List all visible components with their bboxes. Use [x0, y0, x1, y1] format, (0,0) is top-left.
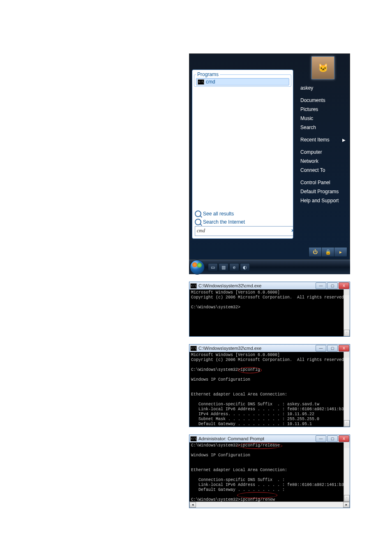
scroll-left-icon[interactable]: ◂ [189, 502, 196, 508]
shutdown-menu-button[interactable]: ▸ [334, 247, 347, 257]
search-internet-label: Search the Internet [203, 219, 245, 225]
maximize-button[interactable]: ▢ [327, 345, 338, 352]
start-right-item-recent-items[interactable]: Recent Items▶ [296, 135, 350, 144]
terminal-output[interactable]: C:\Windows\system32>ipconfig/release Win… [189, 442, 350, 502]
search-input[interactable] [195, 227, 289, 235]
scroll-track[interactable] [344, 448, 350, 496]
close-button[interactable]: X [339, 435, 349, 442]
terminal-output[interactable]: Microsoft Windows [Version 6.0.6000] Cop… [189, 289, 350, 336]
close-button[interactable]: X [339, 345, 349, 352]
minimize-button[interactable]: — [316, 282, 326, 289]
menu-item-label: Pictures [300, 106, 318, 112]
window-title: C:\Windows\system32\cmd.exe [198, 283, 315, 288]
scroll-down-icon[interactable]: ▾ [344, 420, 350, 427]
ie-icon[interactable]: e [229, 263, 239, 271]
start-right-item-documents[interactable]: Documents [296, 96, 350, 105]
start-right-item-network[interactable]: Network [296, 157, 350, 166]
titlebar[interactable]: C:\Windows\system32\cmd.exe — ▢ X [189, 282, 350, 289]
cmd-icon [190, 283, 197, 289]
scroll-track[interactable] [344, 295, 350, 331]
power-button[interactable]: ⏻ [309, 247, 322, 257]
cmd-icon [190, 346, 197, 351]
menu-item-label: Help and Support [300, 198, 339, 204]
menu-item-label: Connect To [300, 167, 325, 173]
cmd-icon [198, 79, 204, 85]
terminal-output[interactable]: Microsoft Windows [Version 6.0.6000] Cop… [189, 352, 350, 427]
start-right-item-control-panel[interactable]: Control Panel [296, 178, 350, 187]
start-menu: Programs cmd See all results Search the … [189, 53, 350, 260]
titlebar[interactable]: Administrator: Command Prompt — ▢ X [189, 435, 350, 442]
search-icon [195, 219, 201, 225]
menu-item-label: Music [300, 116, 313, 121]
maximize-button[interactable]: ▢ [327, 435, 338, 442]
start-right-item-connect-to[interactable]: Connect To [296, 166, 350, 175]
scroll-down-icon[interactable]: ▾ [344, 495, 350, 502]
start-right-item-askey[interactable]: askey [296, 83, 350, 92]
cmd-window-1: C:\Windows\system32\cmd.exe — ▢ X Micros… [189, 282, 350, 337]
cmd-icon [190, 436, 197, 442]
user-avatar[interactable]: 🐱 [311, 56, 334, 79]
scroll-track[interactable] [344, 358, 350, 421]
window-title: C:\Windows\system32\cmd.exe [198, 346, 315, 351]
vertical-scrollbar[interactable]: ▴ ▾ [344, 289, 350, 336]
titlebar[interactable]: C:\Windows\system32\cmd.exe — ▢ X [189, 345, 350, 352]
show-desktop-icon[interactable]: ▭ [208, 263, 218, 271]
start-orb[interactable] [190, 260, 205, 275]
maximize-button[interactable]: ▢ [327, 282, 338, 289]
start-right-item-computer[interactable]: Computer [296, 148, 350, 157]
start-right-item-pictures[interactable]: Pictures [296, 105, 350, 114]
scroll-track[interactable] [196, 502, 343, 508]
start-menu-left-pane: Programs cmd See all results Search the … [192, 69, 293, 239]
start-right-item-music[interactable]: Music [296, 114, 350, 123]
media-player-icon[interactable]: ◐ [240, 263, 250, 271]
menu-item-label: Computer [300, 149, 322, 155]
chevron-right-icon: ▶ [342, 138, 346, 142]
highlight-circle-release [237, 443, 282, 449]
minimize-button[interactable]: — [316, 435, 326, 442]
start-search-box[interactable]: × [195, 226, 293, 236]
vertical-scrollbar[interactable]: ▴ ▾ [344, 442, 350, 502]
close-button[interactable]: X [339, 282, 349, 289]
menu-item-label: Default Programs [300, 189, 339, 194]
start-right-item-help-and-support[interactable]: Help and Support [296, 196, 350, 205]
programs-group: Programs cmd [194, 72, 291, 87]
highlight-circle-renew [237, 492, 277, 498]
highlight-circle-ipconfig [238, 367, 262, 373]
see-all-label: See all results [203, 211, 234, 217]
menu-item-label: Search [300, 125, 316, 130]
clear-search-icon[interactable]: × [291, 228, 293, 234]
vertical-scrollbar[interactable]: ▴ ▾ [344, 352, 350, 427]
menu-item-label: Control Panel [300, 180, 330, 185]
menu-item-label: Documents [300, 97, 325, 103]
lock-button[interactable]: 🔒 [322, 247, 334, 257]
window-title: Administrator: Command Prompt [198, 436, 315, 441]
power-buttons: ⏻ 🔒 ▸ [309, 247, 347, 257]
start-right-item-default-programs[interactable]: Default Programs [296, 187, 350, 196]
taskbar: ▭ ▥ e ◐ [189, 260, 350, 274]
menu-item-label: Recent Items [300, 137, 330, 143]
scroll-right-icon[interactable]: ▸ [343, 502, 350, 508]
minimize-button[interactable]: — [316, 345, 326, 352]
cmd-window-3: Administrator: Command Prompt — ▢ X C:\W… [189, 435, 350, 508]
start-right-item-search[interactable]: Search [296, 123, 350, 132]
horizontal-scrollbar[interactable]: ◂ ▸ [189, 502, 350, 508]
cmd-window-2: C:\Windows\system32\cmd.exe — ▢ X Micros… [189, 344, 350, 427]
see-all-results[interactable]: See all results [192, 210, 293, 218]
menu-item-label: Network [300, 158, 318, 164]
program-item-label: cmd [206, 79, 215, 85]
search-the-internet[interactable]: Search the Internet [192, 218, 293, 226]
scroll-down-icon[interactable]: ▾ [344, 330, 350, 336]
search-icon [195, 210, 201, 217]
switch-windows-icon[interactable]: ▥ [219, 263, 228, 271]
program-item-cmd[interactable]: cmd [196, 78, 289, 86]
quick-launch: ▭ ▥ e ◐ [208, 263, 250, 271]
programs-group-label: Programs [196, 72, 220, 77]
menu-item-label: askey [300, 85, 313, 91]
start-menu-right-pane: 🐱 askeyDocumentsPicturesMusicSearchRecen… [296, 54, 350, 245]
